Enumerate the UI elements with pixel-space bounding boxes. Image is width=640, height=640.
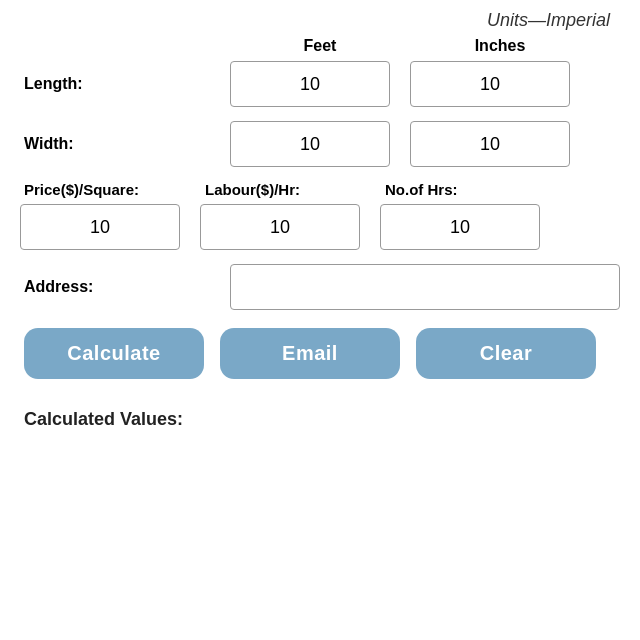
length-feet-input[interactable] [230, 61, 390, 107]
inches-col-header: Inches [410, 37, 590, 55]
buttons-row: Calculate Email Clear [20, 328, 620, 379]
width-label: Width: [20, 135, 230, 153]
price-input[interactable] [20, 204, 180, 250]
col-headers: Feet Inches [230, 37, 620, 55]
length-inches-input[interactable] [410, 61, 570, 107]
clear-button[interactable]: Clear [416, 328, 596, 379]
address-input[interactable] [230, 264, 620, 310]
calculated-values-title: Calculated Values: [20, 409, 620, 430]
width-row: Width: [20, 121, 620, 167]
pricing-row [20, 204, 620, 250]
address-label: Address: [20, 278, 230, 296]
nohrs-label: No.of Hrs: [385, 181, 565, 198]
width-inches-input[interactable] [410, 121, 570, 167]
labour-input[interactable] [200, 204, 360, 250]
nohrs-input[interactable] [380, 204, 540, 250]
length-label: Length: [20, 75, 230, 93]
units-title: Units—Imperial [20, 10, 620, 31]
multi-label-row: Price($)/Square: Labour($)/Hr: No.of Hrs… [20, 181, 620, 198]
address-row: Address: [20, 264, 620, 310]
email-button[interactable]: Email [220, 328, 400, 379]
feet-col-header: Feet [230, 37, 410, 55]
price-label: Price($)/Square: [20, 181, 205, 198]
length-row: Length: [20, 61, 620, 107]
calculate-button[interactable]: Calculate [24, 328, 204, 379]
labour-label: Labour($)/Hr: [205, 181, 385, 198]
width-feet-input[interactable] [230, 121, 390, 167]
